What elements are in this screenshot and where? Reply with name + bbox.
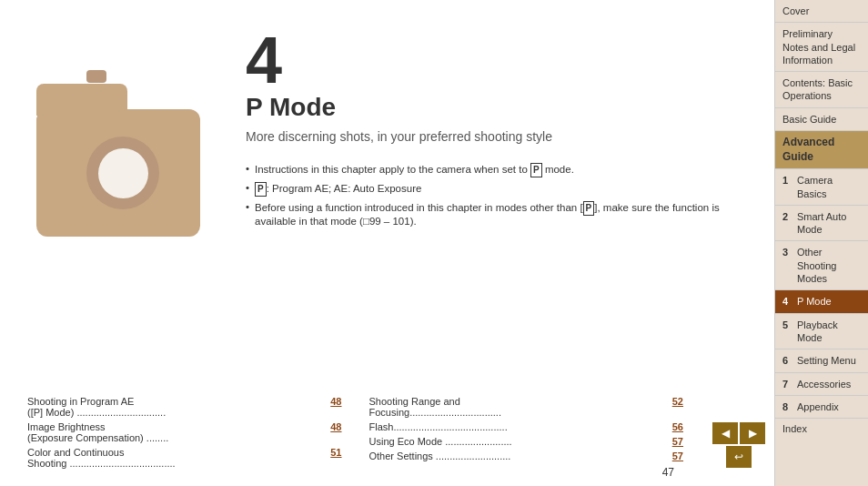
sidebar-item-playback-mode[interactable]: 5 Playback Mode xyxy=(775,314,868,350)
toc-page-4: 52 xyxy=(672,396,683,407)
nav-home-button[interactable]: ↩ xyxy=(726,446,752,468)
sidebar-label-basic-guide: Basic Guide xyxy=(782,114,836,125)
sidebar-num-7: 7 xyxy=(782,378,793,390)
sidebar-label-cover: Cover xyxy=(782,5,809,16)
bullet-dot-1: • xyxy=(246,163,249,174)
sidebar-num-3: 3 xyxy=(782,246,793,258)
sidebar-label-setting-menu: Setting Menu xyxy=(797,354,856,367)
sidebar-item-cover[interactable]: Cover xyxy=(775,0,868,23)
chapter-bullets: • Instructions in this chapter apply to … xyxy=(246,163,747,231)
sidebar: Cover Preliminary Notes and Legal Inform… xyxy=(774,0,868,486)
sidebar-num-5: 5 xyxy=(782,319,793,331)
sidebar-num-4: 4 xyxy=(782,295,793,308)
sidebar-item-p-mode[interactable]: 4 P Mode xyxy=(775,290,868,313)
camera-shutter xyxy=(86,70,106,83)
toc-item-7: Other Settings .........................… xyxy=(369,451,684,461)
toc-left: Shooting in Program AE([P] Mode) .......… xyxy=(27,396,342,472)
toc-title-4: Shooting Range and Focusing.............… xyxy=(369,396,671,418)
chapter-header: 4 P Mode More discerning shots, in your … xyxy=(246,27,747,158)
sidebar-item-accessories[interactable]: 7 Accessories xyxy=(775,373,868,396)
toc-item-6: Using Eco Mode ........................ … xyxy=(369,436,684,447)
sidebar-label-accessories: Accessories xyxy=(797,378,851,390)
nav-next-button[interactable]: ▶ xyxy=(740,422,765,444)
toc-page-3: 51 xyxy=(330,447,341,458)
bullet-text-1: Instructions in this chapter apply to th… xyxy=(255,163,574,177)
toc-title-6: Using Eco Mode ........................ xyxy=(369,436,671,447)
bullet-dot-3: • xyxy=(246,201,249,212)
toc-right: Shooting Range and Focusing.............… xyxy=(369,396,684,472)
toc-page-1: 48 xyxy=(330,396,341,407)
sidebar-num-2: 2 xyxy=(782,210,793,223)
sidebar-label-smart-auto: Smart Auto Mode xyxy=(797,210,861,237)
chapter-subtitle: More discerning shots, in your preferred… xyxy=(246,129,747,144)
toc-item-1: Shooting in Program AE([P] Mode) .......… xyxy=(27,396,342,418)
sidebar-item-camera-basics[interactable]: 1 Camera Basics xyxy=(775,169,868,206)
sidebar-num-1: 1 xyxy=(782,174,793,187)
sidebar-num-6: 6 xyxy=(782,354,793,367)
toc-title-7: Other Settings .........................… xyxy=(369,451,671,461)
toc-page-7: 57 xyxy=(672,451,683,461)
toc-page-6: 57 xyxy=(672,436,683,447)
sidebar-label-camera-basics: Camera Basics xyxy=(797,174,861,200)
sidebar-item-setting-menu[interactable]: 6 Setting Menu xyxy=(775,349,868,372)
camera-lens-inner xyxy=(98,148,148,198)
sidebar-label-advanced-guide: Advanced Guide xyxy=(782,136,834,163)
sidebar-item-index[interactable]: Index xyxy=(775,419,868,439)
sidebar-label-index: Index xyxy=(782,423,807,434)
main-content: 4 P Mode More discerning shots, in your … xyxy=(0,0,774,486)
bullet-dot-2: • xyxy=(246,182,249,193)
toc-title-2: Image Brightness(Exposure Compensation) … xyxy=(27,421,328,443)
chapter-title: P Mode xyxy=(246,93,747,122)
sidebar-item-basic-guide[interactable]: Basic Guide xyxy=(775,108,868,131)
toc-item-4: Shooting Range and Focusing.............… xyxy=(369,396,684,418)
toc-page-2: 48 xyxy=(330,421,341,432)
camera-body xyxy=(36,109,200,237)
toc-title-5: Flash...................................… xyxy=(369,421,671,432)
sidebar-num-8: 8 xyxy=(782,400,793,413)
sidebar-label-appendix: Appendix xyxy=(797,400,839,413)
sidebar-item-contents[interactable]: Contents: Basic Operations xyxy=(775,72,868,108)
sidebar-item-advanced-guide[interactable]: Advanced Guide xyxy=(775,131,868,169)
nav-buttons[interactable]: ◀ ▶ ↩ xyxy=(712,422,765,468)
bullet-text-3: Before using a function introduced in th… xyxy=(255,201,747,227)
sidebar-label-contents: Contents: Basic Operations xyxy=(782,77,853,101)
nav-prev-button[interactable]: ◀ xyxy=(712,422,738,444)
toc-item-5: Flash...................................… xyxy=(369,421,684,432)
sidebar-label-other-shooting: Other Shooting Modes xyxy=(797,246,861,285)
camera-lens-outer xyxy=(86,137,159,209)
sidebar-label-preliminary: Preliminary Notes and Legal Information xyxy=(782,28,855,66)
sidebar-item-preliminary[interactable]: Preliminary Notes and Legal Information xyxy=(775,23,868,72)
sidebar-label-playback-mode: Playback Mode xyxy=(797,319,861,345)
toc-section: Shooting in Program AE([P] Mode) .......… xyxy=(27,396,683,472)
chapter-number: 4 xyxy=(246,27,747,93)
bullet-text-2: P: Program AE; AE: Auto Exposure xyxy=(255,182,421,197)
nav-prev-next-row: ◀ ▶ xyxy=(712,422,765,444)
sidebar-item-other-shooting[interactable]: 3 Other Shooting Modes xyxy=(775,241,868,290)
sidebar-item-appendix[interactable]: 8 Appendix xyxy=(775,396,868,419)
sidebar-label-p-mode: P Mode xyxy=(797,295,832,308)
toc-item-3: Color and Continuous Shooting ..........… xyxy=(27,447,342,469)
sidebar-item-smart-auto[interactable]: 2 Smart Auto Mode xyxy=(775,206,868,242)
bullet-1: • Instructions in this chapter apply to … xyxy=(246,163,747,177)
toc-page-5: 56 xyxy=(672,421,683,432)
toc-item-2: Image Brightness(Exposure Compensation) … xyxy=(27,421,342,443)
toc-title-3: Color and Continuous Shooting ..........… xyxy=(27,447,328,469)
bullet-3: • Before using a function introduced in … xyxy=(246,201,747,227)
page-number: 47 xyxy=(662,466,674,479)
camera-illustration xyxy=(27,55,209,237)
toc-title-1: Shooting in Program AE([P] Mode) .......… xyxy=(27,396,328,418)
bullet-2: • P: Program AE; AE: Auto Exposure xyxy=(246,182,747,197)
